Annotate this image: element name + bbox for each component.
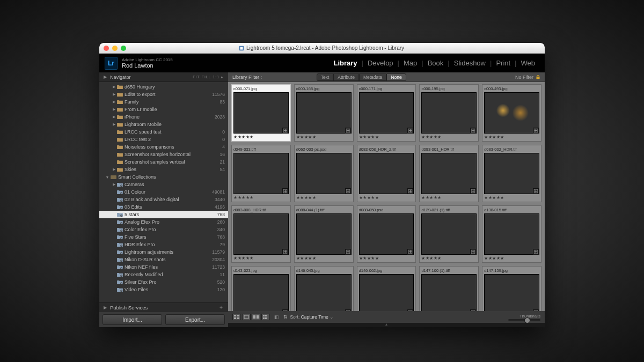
rating-stars[interactable]: ★★★★★ (421, 135, 477, 139)
tree-item[interactable]: HDR Efex Pro79 (99, 241, 228, 248)
grid-cell[interactable]: d083-001_HDR.tif★★★★★ (419, 145, 479, 202)
grid-cell[interactable]: d049-033.tiff★★★★★ (231, 145, 291, 202)
module-tab-map[interactable]: Map (399, 59, 421, 67)
tree-item[interactable]: Recently Modified11 (99, 271, 228, 278)
minimize-icon[interactable] (112, 46, 118, 51)
export-button[interactable]: Export... (165, 314, 225, 325)
import-button[interactable]: Import... (103, 314, 162, 325)
tree-item[interactable]: ▶Cameras (99, 181, 228, 188)
module-tab-book[interactable]: Book (423, 59, 448, 67)
tree-item[interactable]: 03 Edits4196 (99, 203, 228, 211)
grid-cell[interactable]: d088-044 (1).tiff★★★★★ (294, 205, 354, 263)
tree-item[interactable]: ▶iPhone2028 (99, 113, 228, 121)
tree-item[interactable]: Five Stars768 (99, 233, 228, 241)
thumbnail-image[interactable] (296, 213, 352, 255)
tree-item[interactable]: 5 stars768 (99, 211, 228, 218)
module-tab-print[interactable]: Print (492, 59, 515, 67)
tree-item[interactable]: ▼Smart Collections (99, 173, 228, 181)
grid-cell[interactable]: d143-023.jpg★★★★★ (231, 266, 291, 311)
tree-item[interactable]: 02 Black and white digital3440 (99, 196, 228, 203)
module-tab-develop[interactable]: Develop (363, 59, 398, 67)
navigator-header[interactable]: ▶ Navigator FIT FILL 1:1 ▸ (99, 72, 228, 82)
tree-item[interactable]: ▶From Lr mobile (99, 106, 228, 113)
grid-cell[interactable]: c000-493.jpg★★★★★ (482, 84, 541, 142)
tree-item[interactable]: Video Files120 (99, 286, 228, 293)
module-tab-library[interactable]: Library (329, 59, 361, 67)
thumbnail-image[interactable] (359, 213, 414, 255)
navigator-zoom-options[interactable]: FIT FILL 1:1 ▸ (193, 75, 224, 79)
thumbnail-image[interactable] (296, 274, 352, 311)
add-publish-service-icon[interactable]: ＋ (218, 304, 224, 311)
rating-stars[interactable]: ★★★★★ (233, 195, 289, 200)
tree-item[interactable]: LRCC test 20 (99, 136, 228, 143)
loupe-view-icon[interactable] (242, 314, 251, 320)
grid-cell[interactable]: d083-002_HDR.tif★★★★★ (482, 145, 541, 202)
thumbnail-image[interactable] (359, 153, 414, 194)
thumbnail-image[interactable] (233, 213, 289, 255)
grid-cell[interactable]: d062-003-ps.psd★★★★★ (294, 145, 354, 202)
grid-cell[interactable]: d088-050.psd★★★★★ (357, 205, 416, 263)
rating-stars[interactable]: ★★★★★ (233, 135, 289, 139)
grid-cell[interactable]: d147-100 (1).tiff★★★★★ (419, 266, 479, 311)
rating-stars[interactable]: ★★★★★ (233, 256, 289, 261)
rating-stars[interactable]: ★★★★★ (484, 195, 539, 200)
tree-item[interactable]: LRCC speed test0 (99, 128, 228, 136)
thumbnail-image[interactable] (296, 92, 352, 134)
tree-item[interactable]: Silver Efex Pro520 (99, 278, 228, 286)
rating-stars[interactable]: ★★★★★ (359, 195, 414, 200)
rating-stars[interactable]: ★★★★★ (421, 256, 477, 261)
thumbnail-image[interactable] (233, 92, 289, 134)
tree-item[interactable]: Analog Efex Pro260 (99, 218, 228, 226)
grid-cell[interactable]: c000-071.jpg★★★★★ (231, 84, 291, 142)
grid-cell[interactable]: d146-045.jpg★★★★★ (294, 266, 354, 311)
thumbnail-image[interactable] (359, 92, 414, 134)
grid-cell[interactable]: d146-062.jpg★★★★★ (357, 266, 416, 311)
tree-item[interactable]: ▶Edits to export11576 (99, 91, 228, 98)
filter-preset[interactable]: No Filter (515, 75, 540, 80)
close-icon[interactable] (104, 46, 109, 51)
compare-view-icon[interactable] (252, 314, 260, 320)
tree-item[interactable]: ▶Skies54 (99, 166, 228, 173)
tree-item[interactable]: Screenshot samples horizontal16 (99, 151, 228, 158)
tree-item[interactable]: Noiseless comparisons4 (99, 143, 228, 151)
rating-stars[interactable]: ★★★★★ (296, 135, 352, 139)
zoom-icon[interactable] (121, 46, 126, 51)
thumbnail-image[interactable] (233, 153, 289, 194)
module-tab-slideshow[interactable]: Slideshow (450, 59, 490, 67)
thumbnail-size-slider[interactable] (508, 319, 540, 321)
rating-stars[interactable]: ★★★★★ (296, 256, 352, 261)
grid-view-icon[interactable] (232, 314, 241, 320)
grid-cell[interactable]: c000-171.jpg★★★★★ (357, 84, 416, 142)
tree-item[interactable]: ▶Lightroom Mobile (99, 121, 228, 128)
thumbnail-image[interactable] (484, 153, 539, 194)
thumbnail-image[interactable] (233, 274, 289, 311)
rating-stars[interactable]: ★★★★★ (484, 256, 539, 261)
thumbnail-image[interactable] (421, 153, 477, 194)
painter-tool-icon[interactable]: ◧ (274, 314, 279, 320)
filter-seg-none[interactable]: None (386, 73, 406, 81)
thumbnail-grid[interactable]: c000-071.jpg★★★★★c000-165.jpg★★★★★c000-1… (228, 82, 545, 311)
tree-item[interactable]: Screenshot samples vertical21 (99, 158, 228, 166)
filter-seg-text[interactable]: Text (317, 73, 334, 81)
thumbnail-image[interactable] (296, 153, 352, 194)
filmstrip-toggle-icon[interactable]: ▴ (228, 323, 545, 327)
module-tab-web[interactable]: Web (517, 59, 540, 67)
tree-item[interactable]: ▶d650 Hungary (99, 83, 228, 91)
grid-cell[interactable]: d138-015.tiff★★★★★ (482, 205, 541, 263)
filter-seg-metadata[interactable]: Metadata (359, 73, 386, 81)
rating-stars[interactable]: ★★★★★ (359, 256, 414, 261)
tree-item[interactable]: Nikon NEF files11723 (99, 263, 228, 271)
grid-cell[interactable]: c000-195.jpg★★★★★ (419, 84, 479, 142)
rating-stars[interactable]: ★★★★★ (484, 135, 539, 139)
thumbnail-image[interactable] (421, 213, 477, 255)
filter-seg-attribute[interactable]: Attribute (333, 73, 359, 81)
thumbnail-image[interactable] (484, 274, 539, 311)
tree-item[interactable]: Nikon D-SLR shots20304 (99, 256, 228, 263)
survey-view-icon[interactable] (261, 314, 270, 320)
rating-stars[interactable]: ★★★★★ (421, 195, 477, 200)
thumbnail-image[interactable] (484, 92, 539, 134)
sort-control[interactable]: ⇅ Sort: Capture Time ⌄ (283, 314, 334, 320)
tree-item[interactable]: Color Efex Pro340 (99, 226, 228, 233)
thumbnail-image[interactable] (421, 92, 477, 134)
tree-item[interactable]: ▶Family83 (99, 98, 228, 106)
